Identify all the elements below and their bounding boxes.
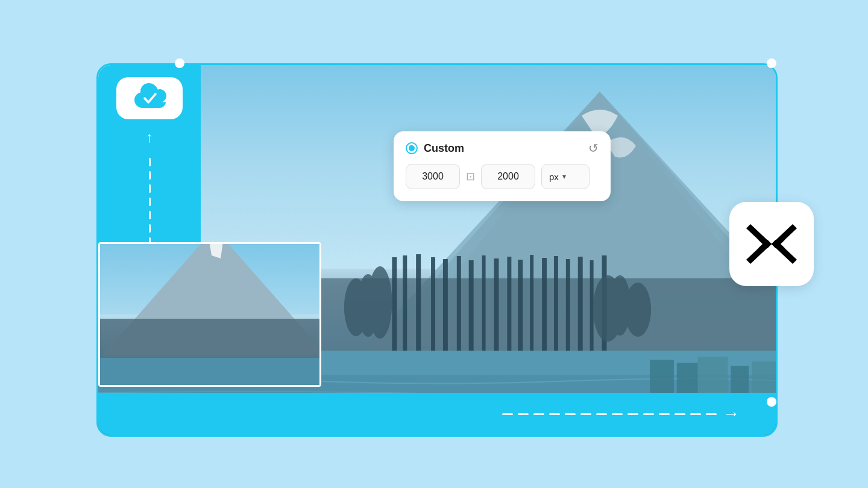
svg-rect-34 bbox=[677, 363, 698, 393]
custom-radio[interactable] bbox=[406, 142, 418, 154]
height-value: 2000 bbox=[497, 171, 519, 182]
dimension-row: 3000 ⊡ 2000 px ▾ bbox=[406, 164, 599, 189]
custom-panel: Custom ↺ 3000 ⊡ 2000 px ▾ bbox=[394, 131, 611, 201]
dashed-arrow: → bbox=[502, 404, 740, 424]
svg-rect-22 bbox=[578, 257, 583, 351]
svg-rect-33 bbox=[650, 360, 674, 393]
svg-rect-7 bbox=[416, 254, 421, 351]
svg-rect-35 bbox=[698, 357, 728, 393]
chevron-down-icon: ▾ bbox=[562, 172, 566, 181]
svg-rect-36 bbox=[731, 366, 749, 393]
svg-rect-19 bbox=[392, 257, 397, 351]
svg-point-30 bbox=[344, 278, 368, 336]
svg-rect-23 bbox=[590, 260, 594, 351]
main-container: → ↑ bbox=[78, 45, 790, 443]
capcut-icon bbox=[744, 217, 799, 271]
reset-icon[interactable]: ↺ bbox=[588, 141, 599, 155]
height-input[interactable]: 2000 bbox=[481, 164, 535, 189]
svg-rect-37 bbox=[752, 361, 776, 393]
unit-dropdown[interactable]: px ▾ bbox=[541, 164, 590, 189]
custom-panel-header: Custom ↺ bbox=[406, 141, 599, 155]
cloud-upload-icon bbox=[128, 77, 171, 119]
up-arrow-icon: ↑ bbox=[146, 129, 153, 146]
custom-label-row: Custom bbox=[406, 142, 464, 155]
main-frame: → ↑ bbox=[96, 63, 778, 437]
svg-rect-18 bbox=[554, 256, 558, 351]
width-value: 3000 bbox=[422, 171, 444, 182]
dashed-line bbox=[502, 413, 717, 415]
arrow-right-icon: → bbox=[723, 404, 740, 424]
svg-rect-9 bbox=[443, 259, 448, 351]
bottom-bar: → bbox=[98, 393, 776, 435]
cloud-upload-box[interactable] bbox=[116, 77, 183, 119]
custom-label: Custom bbox=[424, 142, 464, 155]
dimension-separator: ⊡ bbox=[466, 170, 475, 183]
radio-inner-dot bbox=[409, 145, 415, 151]
svg-rect-17 bbox=[542, 258, 547, 351]
unit-label: px bbox=[549, 172, 559, 182]
svg-rect-15 bbox=[518, 260, 523, 351]
svg-rect-20 bbox=[403, 255, 407, 351]
thumbnail-image bbox=[98, 242, 321, 387]
corner-dot-br bbox=[767, 397, 776, 407]
svg-rect-8 bbox=[431, 257, 435, 351]
svg-rect-12 bbox=[482, 255, 486, 351]
svg-rect-14 bbox=[507, 257, 511, 351]
width-input[interactable]: 3000 bbox=[406, 164, 460, 189]
svg-rect-10 bbox=[457, 256, 461, 351]
svg-rect-11 bbox=[469, 260, 474, 351]
capcut-icon-box[interactable] bbox=[729, 202, 814, 286]
svg-rect-16 bbox=[530, 255, 533, 351]
svg-rect-21 bbox=[566, 259, 570, 351]
svg-rect-13 bbox=[494, 258, 498, 351]
corner-dot-tr bbox=[767, 58, 776, 68]
corner-dot-tl bbox=[175, 58, 184, 68]
svg-point-28 bbox=[624, 283, 651, 337]
